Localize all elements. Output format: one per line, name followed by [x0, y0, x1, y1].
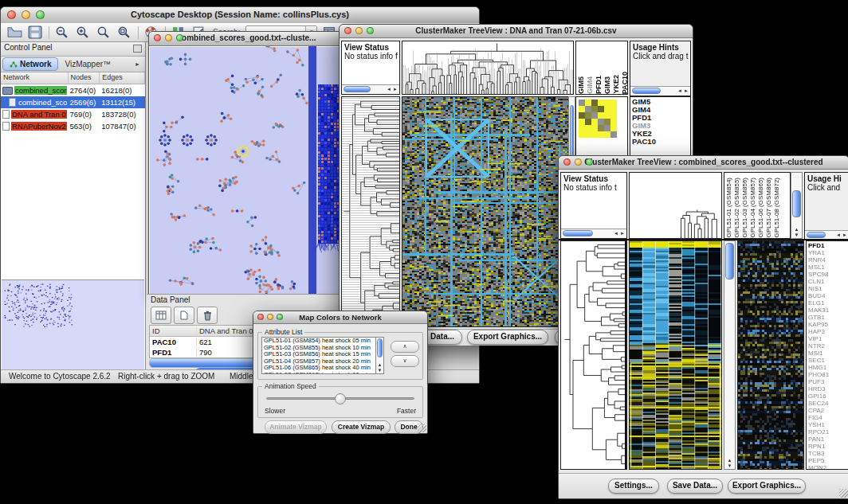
list-vscrollbar[interactable]: ▲▼ — [375, 337, 384, 374]
tab-network[interactable]: Network — [2, 57, 58, 71]
gene-label[interactable]: FIG4 — [808, 414, 847, 421]
gene-label[interactable]: ELG1 — [808, 299, 847, 307]
gene-label[interactable]: PHO81 — [808, 371, 847, 378]
gene-label[interactable]: KAP95 — [808, 321, 847, 328]
gene-label[interactable]: SEC1 — [808, 357, 847, 364]
row-dendrogram-canvas[interactable] — [342, 97, 399, 326]
gene-label[interactable]: YSH1 — [808, 421, 847, 428]
scroll-right-icon[interactable]: ► — [393, 86, 398, 93]
create-vizmap-button[interactable]: Create Vizmap — [332, 420, 391, 434]
export-graphics-button[interactable]: Export Graphics... — [728, 479, 806, 494]
scroll-up-icon[interactable]: ▲ — [728, 458, 732, 463]
select-attributes-icon[interactable] — [151, 307, 171, 324]
scroll-up-icon[interactable]: ▲ — [795, 227, 799, 232]
zoom-icon[interactable] — [176, 34, 183, 41]
gene-label[interactable]: NTR2 — [808, 342, 847, 350]
table-row[interactable]: RNAPuberNov2+! 563(0) 107847(0) — [1, 120, 145, 132]
hscrollbar[interactable]: ◄► — [342, 84, 399, 94]
gene-label[interactable]: GTB1 — [808, 314, 847, 321]
close-icon[interactable] — [563, 158, 571, 166]
move-up-button[interactable]: ∧ — [391, 341, 419, 353]
scroll-right-icon[interactable]: ► — [842, 232, 847, 239]
gene-label[interactable]: RPO21 — [808, 428, 847, 436]
save-data-button[interactable]: Save Data... — [667, 479, 723, 494]
animate-vizmap-button[interactable]: Animate Vizmap — [265, 420, 327, 434]
export-graphics-button[interactable]: Export Graphics... — [467, 330, 548, 345]
zoom-icon[interactable] — [36, 10, 45, 19]
settings-button[interactable]: Settings... — [608, 479, 659, 494]
gene-label[interactable]: BUD4 — [808, 292, 847, 299]
gene-label[interactable]: GPI16 — [808, 393, 847, 400]
minimize-icon[interactable] — [575, 158, 582, 166]
zoom-icon[interactable] — [277, 314, 283, 320]
scroll-right-icon[interactable]: ► — [684, 88, 689, 95]
minimize-icon[interactable] — [355, 27, 363, 34]
column-dendrogram-canvas[interactable] — [630, 173, 721, 238]
delete-attribute-icon[interactable] — [197, 307, 218, 324]
gene-label[interactable]: PUF3 — [808, 378, 847, 385]
gene-label[interactable]: NIS1 — [808, 285, 847, 292]
gene-label[interactable]: MON2 — [808, 464, 847, 470]
gene-label[interactable]: PEP5 — [808, 457, 847, 464]
scroll-down-icon[interactable]: ▼ — [728, 463, 732, 468]
gene-label[interactable]: CPA2 — [808, 407, 847, 414]
table-row[interactable]: DNA and Tran 07 769(0) 183728(0) — [1, 108, 145, 120]
gene-label[interactable]: MSI1 — [808, 350, 847, 357]
hscrollbar[interactable]: ◄► — [630, 86, 690, 96]
scroll-left-icon[interactable]: ◄ — [387, 86, 391, 93]
close-icon[interactable] — [154, 34, 161, 41]
scroll-up-icon[interactable]: ▲ — [378, 362, 383, 367]
zoom-heatmap-canvas[interactable] — [738, 241, 803, 469]
new-attribute-icon[interactable] — [174, 307, 194, 324]
mini-matrix-canvas[interactable] — [579, 100, 618, 139]
resize-grip[interactable] — [418, 424, 426, 432]
gene-label[interactable]: SEC24 — [808, 400, 847, 407]
network-view-titlebar[interactable]: combined_scores_good.txt--cluste... — [149, 32, 344, 46]
heatmap-canvas[interactable] — [630, 241, 721, 469]
minimize-icon[interactable] — [22, 10, 30, 19]
scroll-right-icon[interactable]: ► — [620, 230, 625, 237]
close-icon[interactable] — [7, 10, 16, 19]
gene-label[interactable]: HMG1 — [808, 364, 847, 371]
scroll-down-icon[interactable]: ▼ — [378, 368, 383, 373]
birdseye-canvas[interactable] — [2, 280, 143, 369]
more-tabs-arrow-icon[interactable]: ► — [132, 61, 143, 67]
scroll-left-icon[interactable]: ◄ — [614, 230, 618, 237]
labels-vscrollbar[interactable]: ▲▼ — [791, 172, 803, 239]
gene-label[interactable]: YRA1 — [808, 249, 847, 256]
column-dendrogram-canvas[interactable] — [402, 41, 573, 94]
scroll-left-icon[interactable]: ◄ — [836, 232, 841, 239]
minimize-icon[interactable] — [267, 314, 273, 320]
speed-slider-thumb[interactable] — [335, 393, 346, 404]
minimize-icon[interactable] — [165, 34, 172, 41]
gene-label[interactable]: SPC98 — [808, 271, 847, 278]
gene-label[interactable]: TCB3 — [808, 450, 847, 457]
gene-label[interactable]: HAP3 — [808, 328, 847, 335]
zoom-icon[interactable] — [367, 27, 374, 34]
zoom-icon[interactable] — [586, 158, 593, 166]
resize-grip[interactable] — [839, 489, 848, 498]
gene-label[interactable]: VIP1 — [808, 335, 847, 342]
hscrollbar[interactable]: ◄► — [561, 229, 626, 238]
gene-label[interactable]: PFD1 — [808, 242, 847, 249]
heatmap-vscrollbar[interactable]: ▲▼ — [724, 240, 736, 470]
open-folder-icon[interactable] — [7, 25, 22, 39]
dialog-titlebar[interactable]: Map Colors to Network — [253, 311, 427, 324]
gene-label[interactable]: CLN1 — [808, 278, 847, 285]
row-dendrogram-canvas[interactable] — [561, 241, 626, 469]
close-icon[interactable] — [257, 314, 264, 320]
scroll-down-icon[interactable]: ▼ — [795, 232, 799, 237]
treeview-combined-titlebar[interactable]: ClusterMaker TreeView : combined_scores_… — [559, 156, 848, 170]
gene-label[interactable]: MSL1 — [808, 264, 847, 271]
network-canvas[interactable] — [149, 46, 343, 298]
gene-label[interactable]: PAC10 — [632, 138, 689, 146]
heatmap-canvas[interactable] — [402, 97, 571, 326]
gene-label[interactable]: RPN1 — [808, 443, 847, 450]
gene-label[interactable]: PAN1 — [808, 436, 847, 443]
save-icon[interactable] — [28, 25, 43, 39]
zoom-fit-icon[interactable] — [117, 25, 132, 39]
table-row[interactable]: combined_scores 2764(0) 16218(0) — [1, 84, 145, 96]
treeview-dna-titlebar[interactable]: ClusterMaker TreeView : DNA and Tran 07-… — [340, 25, 693, 38]
cytoscape-titlebar[interactable]: Cytoscape Desktop (Session Name: collins… — [1, 7, 479, 24]
birdseye-view[interactable] — [2, 279, 144, 370]
